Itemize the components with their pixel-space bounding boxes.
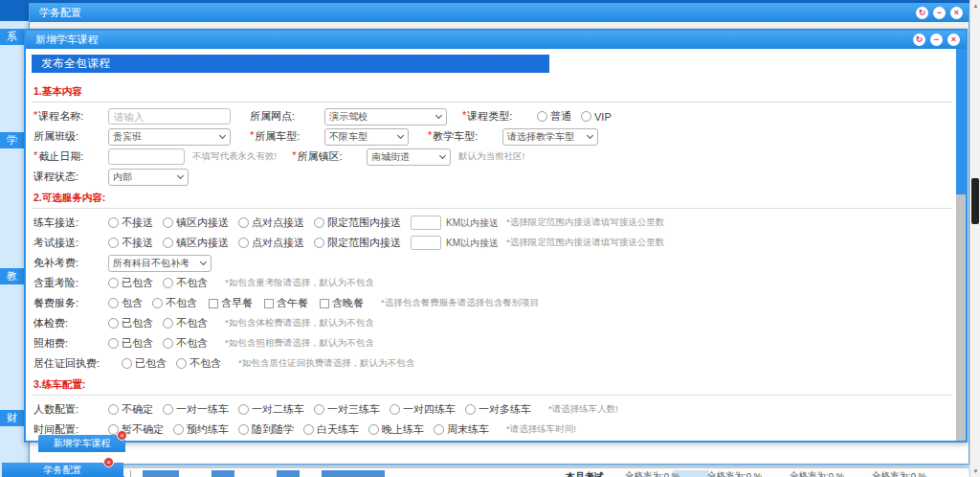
dialog-scrollbar[interactable] — [956, 49, 966, 441]
radio-option[interactable]: VIP — [581, 111, 612, 123]
radio-option[interactable]: 随到随学 — [238, 422, 294, 437]
radio-option[interactable]: 已包含 — [108, 316, 153, 330]
tab-close-icon[interactable]: × — [117, 430, 127, 441]
field-note: 默认为当前社区! — [458, 150, 524, 163]
sidebar-tab-4[interactable]: 财 — [0, 410, 26, 426]
train-pickup-km-input[interactable] — [411, 216, 441, 230]
pass-rate-label: 合格率为:0.% — [707, 470, 762, 477]
radio-option[interactable]: 已包含 — [108, 336, 153, 351]
checkbox-option[interactable]: 含晚餐 — [318, 296, 364, 310]
checkbox-option[interactable]: 含早餐 — [207, 296, 253, 310]
row-physical-fee: 体检费: 已包含不包含 *如包含体检费请选择，默认为不包含 — [32, 313, 952, 333]
radio-option[interactable]: 一对一练车 — [163, 402, 229, 417]
field-note: *如包含重考险请选择，默认为不包含 — [225, 277, 374, 289]
radio-icon — [303, 424, 314, 435]
option-label: 一对四练车 — [403, 402, 456, 417]
class-select[interactable]: 贵宾班 — [108, 128, 231, 146]
course-name-input[interactable] — [108, 108, 231, 125]
deadline-input[interactable] — [108, 148, 185, 165]
select-value: 不限车型 — [329, 130, 393, 144]
teaching-car-type-select[interactable]: 请选择教学车型 — [502, 128, 598, 146]
chevron-down-icon — [435, 112, 442, 119]
checkbox-option[interactable]: 含午餐 — [262, 296, 308, 310]
km-suffix-label: KM以内接送 — [446, 216, 499, 230]
tab-add-course[interactable]: 新增学车课程 — [38, 435, 125, 452]
refresh-icon[interactable]: ↻ — [916, 7, 928, 19]
radio-option[interactable]: 不包含 — [163, 316, 208, 330]
outer-titlebar[interactable]: 学务配置 ↻ − × — [30, 4, 969, 22]
photo-fee-radio-group: 已包含不包含 — [108, 336, 217, 351]
progress-bar — [143, 470, 179, 477]
option-label: 已包含 — [122, 316, 153, 330]
refresh-icon[interactable]: ↻ — [913, 34, 925, 46]
course-status-select[interactable]: 内部 — [108, 169, 189, 186]
radio-option[interactable]: 包含 — [108, 296, 143, 310]
radio-option[interactable]: 一对多练车 — [465, 402, 531, 417]
close-icon[interactable]: × — [947, 34, 960, 46]
chevron-down-icon — [200, 259, 207, 265]
train-pickup-radio-group: 不接送镇区内接送点对点接送限定范围内接送 — [108, 216, 411, 230]
meal-checkbox-group: 含早餐含午餐含晚餐 — [207, 296, 373, 310]
car-type-select[interactable]: 不限车型 — [324, 128, 409, 146]
section-title-training: 3.练车配置: — [32, 374, 952, 396]
field-note: *选择包含餐费服务请选择包含餐别项目 — [381, 297, 539, 309]
radio-option[interactable]: 不包含 — [152, 296, 197, 310]
radio-option[interactable]: 不包含 — [163, 336, 208, 351]
dialog-titlebar[interactable]: 新增学车课程 ↻ − × — [26, 31, 966, 49]
row-time-config: 时间配置: 暂不确定预约练车随到随学白天练车晚上练车周末练车 *请选择练车时间! — [32, 420, 952, 440]
field-note: 不填写代表永久有效! — [192, 150, 277, 163]
tab-close-icon[interactable]: × — [103, 457, 114, 467]
town-select[interactable]: 南城街道 — [367, 148, 451, 166]
option-label: 点对点接送 — [252, 236, 304, 250]
radio-option[interactable]: 一对四练车 — [390, 402, 456, 417]
minimize-icon[interactable]: − — [933, 7, 946, 19]
option-label: 普通 — [550, 109, 571, 124]
pass-rate-label: 合格率为:0.% — [872, 470, 926, 477]
network-select[interactable]: 演示驾校 — [324, 108, 447, 125]
radio-option[interactable]: 一对三练车 — [314, 402, 380, 417]
page-scrollbar[interactable]: ▲ ▼ — [969, 0, 980, 477]
waive-retake-select[interactable]: 所有科目不包补考 — [108, 255, 212, 272]
retake-insurance-radio-group: 已包含不包含 — [108, 276, 217, 290]
sidebar-tab-1[interactable]: 系 — [0, 29, 26, 45]
close-icon[interactable]: × — [950, 7, 963, 19]
field-note: *选择限定范围内接送请填写接送公里数 — [506, 237, 664, 249]
option-label: VIP — [594, 111, 612, 123]
page-scrollbar-thumb[interactable] — [971, 178, 979, 224]
sidebar-tab-2[interactable]: 学 — [0, 132, 26, 148]
radio-option[interactable]: 不包含 — [163, 276, 208, 290]
scroll-down-icon[interactable]: ▼ — [972, 468, 979, 474]
field-label: 照相费: — [33, 336, 100, 351]
field-note: *请选择练车人数! — [548, 403, 618, 416]
radio-option[interactable]: 限定范围内接送 — [314, 216, 401, 230]
radio-option[interactable]: 点对点接送 — [238, 236, 304, 250]
option-label: 限定范围内接送 — [327, 236, 401, 250]
radio-option[interactable]: 不接送 — [108, 216, 153, 230]
radio-option[interactable]: 一对二练车 — [238, 402, 304, 417]
option-label: 白天练车 — [317, 422, 359, 437]
progress-bar — [322, 470, 385, 477]
chevron-down-icon — [587, 132, 593, 139]
radio-option[interactable]: 已包含 — [108, 276, 153, 290]
radio-option[interactable]: 点对点接送 — [238, 216, 304, 230]
radio-option[interactable]: 晚上练车 — [368, 422, 424, 437]
dialog-scrollbar-thumb[interactable] — [956, 49, 966, 194]
radio-option[interactable]: 白天练车 — [303, 422, 359, 437]
minimize-icon[interactable]: − — [930, 34, 943, 46]
radio-option[interactable]: 限定范围内接送 — [314, 236, 401, 250]
radio-option[interactable]: 镇区内接送 — [163, 236, 229, 250]
sidebar-tab-3[interactable]: 教 — [0, 268, 26, 284]
row-course-name: *课程名称: 所属网点: 演示驾校 *课程类型: 普通VIP — [32, 106, 952, 126]
radio-option[interactable]: 不接送 — [108, 236, 153, 250]
radio-option[interactable]: 预约练车 — [173, 422, 229, 437]
radio-option[interactable]: 不确定 — [108, 402, 153, 417]
radio-option[interactable]: 普通 — [537, 109, 571, 124]
radio-option[interactable]: 已包含 — [122, 356, 167, 371]
radio-option[interactable]: 镇区内接送 — [163, 216, 229, 230]
radio-option[interactable]: 周末练车 — [434, 422, 489, 437]
field-note: *如包含体检费请选择，默认为不包含 — [225, 317, 374, 329]
scroll-up-icon[interactable]: ▲ — [972, 3, 979, 9]
course-form: 发布全包课程 1.基本内容 *课程名称: 所属网点: 演示驾校 *课程类型: 普… — [26, 49, 966, 441]
exam-pickup-km-input[interactable] — [411, 236, 441, 250]
radio-option[interactable]: 不包含 — [176, 356, 221, 371]
